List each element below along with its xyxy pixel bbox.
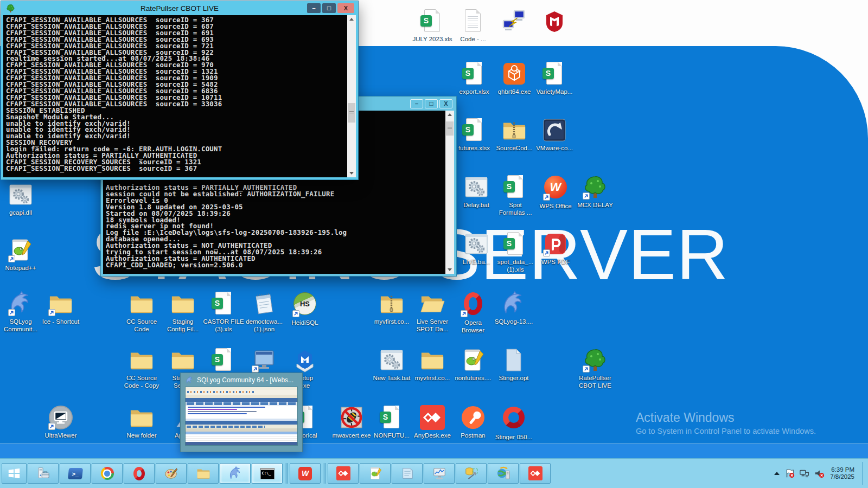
icon-stinger-050[interactable]: Stinger 050... (490, 405, 537, 441)
heidisql-icon (292, 292, 317, 317)
clock[interactable]: 6:39 PM 7/8/2025 (830, 466, 854, 481)
icon-myvfirst-folder[interactable]: myvfirst.co... (409, 348, 456, 382)
cmd-icon (260, 466, 275, 480)
console1-scrollbar[interactable] (347, 15, 356, 177)
anydesk[interactable] (328, 463, 359, 484)
chrome[interactable] (92, 463, 123, 484)
maximize-button[interactable] (425, 99, 438, 108)
icon-myvfirst-zip[interactable]: myvfirst.co... (368, 291, 415, 326)
file-explorer[interactable] (188, 463, 219, 484)
wps-office[interactable] (290, 463, 321, 484)
icon-staging-config[interactable]: StagingConfig Fil... (159, 291, 206, 333)
icon-postman[interactable]: Postman (450, 405, 496, 440)
taskbar-preview[interactable]: SQLyog Community 64 - [Webs... (181, 373, 302, 452)
start-button[interactable] (2, 463, 27, 484)
icon-label: CC SourceCode - Copy (118, 375, 165, 389)
console1-titlebar[interactable]: RatePullser CBOT LIVE (3, 1, 356, 15)
icon-varietymap[interactable]: SVarietyMap... (531, 61, 578, 96)
icon-anydesk-exe[interactable]: AnyDesk.exe (409, 405, 456, 440)
icon-july-2023-xls[interactable]: SJULY 2023.xls (409, 9, 456, 43)
command-prompt[interactable] (252, 463, 283, 484)
powershell-icon (68, 466, 82, 480)
icon-nonfutures[interactable]: nonfutures.... (450, 348, 496, 382)
opera-small-icon (132, 466, 146, 480)
console-window-1[interactable]: RatePullser CBOT LIVE CFAPI_SESSION_AVAI… (1, 1, 358, 179)
sqlyog[interactable] (220, 463, 251, 484)
paint[interactable] (156, 463, 187, 484)
icon-ice-shortcut[interactable]: Ice - Shortcut (37, 291, 84, 326)
icon-new-task-bat[interactable]: New Task.bat (368, 348, 415, 382)
opera[interactable] (124, 463, 155, 484)
icon-heidisql[interactable]: HeidiSQL (282, 291, 328, 327)
icon-mcafee[interactable] (531, 9, 578, 36)
close-button[interactable] (337, 3, 354, 13)
icon-vmware[interactable]: VMware-co... (531, 118, 578, 152)
notepad-small-icon (400, 466, 414, 480)
icon-live-server-spot[interactable]: Live ServerSPOT Da... (409, 291, 456, 333)
icon-mcx-delay[interactable]: MCX DELAY (572, 175, 618, 209)
icon-wps-doc[interactable]: S (200, 348, 247, 375)
stinger-ring-icon (501, 407, 526, 432)
iis-manager[interactable] (488, 463, 519, 484)
action-center-flag-icon[interactable] (784, 468, 795, 479)
show-desktop-button[interactable] (862, 462, 866, 485)
network-status-icon[interactable] (799, 468, 810, 479)
icon-stinger-opt[interactable]: Stinger.opt (490, 348, 537, 382)
powershell[interactable] (60, 463, 91, 484)
dolphin-small-icon (228, 466, 242, 480)
system-tray: 6:39 PM 7/8/2025 (774, 463, 866, 484)
postman-icon (461, 405, 486, 430)
console2-scrollbar[interactable] (445, 111, 454, 274)
icon-notepad-plus-plus[interactable]: Notepad++ (0, 237, 44, 272)
shortcut-arrow-icon (543, 249, 550, 256)
text-doc-icon (461, 9, 486, 34)
icon-ratepullser-cbot[interactable]: RatePullserCBOT LIVE (572, 348, 618, 389)
notepad[interactable] (392, 463, 423, 484)
icon-ultraviewer[interactable]: UltraViewer (37, 405, 84, 440)
icon-cc-source-code[interactable]: CC SourceCode (118, 291, 165, 333)
server-manager[interactable] (28, 463, 59, 484)
icon-code-doc[interactable]: Code - ... (450, 9, 496, 43)
icon-label: CC SourceCode (118, 318, 165, 333)
taskbar-buttons (2, 463, 551, 484)
anydesk-small-icon (528, 466, 542, 480)
icon-display-window[interactable] (241, 348, 288, 375)
maximize-button[interactable] (322, 3, 336, 13)
icon-label: NONFUTU... (368, 432, 415, 440)
icon-gcapi-dll[interactable]: gcapi.dll (0, 182, 44, 217)
icon-label: WPS PDF (532, 259, 579, 266)
shortcut-arrow-icon (8, 255, 15, 262)
minimize-button[interactable] (410, 99, 423, 108)
console-line: CFAPI_CDD_LOADED; version=2.506.0 (106, 262, 347, 268)
scroll-up-icon[interactable] (347, 15, 356, 24)
db-tools[interactable] (456, 463, 487, 484)
console1-output[interactable]: CFAPI_SESSION_AVAILABLE_ALLSOURCES sourc… (3, 15, 356, 177)
minimize-button[interactable] (307, 3, 321, 13)
scroll-thumb[interactable] (446, 121, 454, 136)
icon-new-folder[interactable]: New folder (118, 405, 165, 440)
icon-label: CASTOR FILE(3).xls (200, 318, 247, 333)
scroll-thumb[interactable] (348, 103, 355, 123)
scroll-down-icon[interactable] (347, 169, 356, 177)
icon-castor-file[interactable]: SCASTOR FILE(3).xls (200, 291, 247, 333)
sqlyog-thumbnail[interactable] (186, 387, 297, 445)
volume-muted-icon[interactable] (814, 468, 825, 479)
shortcut-arrow-icon (48, 309, 55, 316)
icon-sqlyog-13[interactable]: SQLyog-13.... (490, 291, 537, 326)
preview-title: SQLyog Community 64 - [Webs... (197, 376, 293, 384)
notepad-plus-plus[interactable] (360, 463, 391, 484)
anydesk-2[interactable] (520, 463, 551, 484)
show-hidden-icons-icon[interactable] (774, 472, 780, 475)
icon-nonfutu-xls[interactable]: SNONFUTU... (368, 405, 415, 440)
icon-label: Notepad++ (0, 265, 44, 272)
dolphin-icon (501, 291, 526, 316)
icon-cc-source-copy[interactable]: CC SourceCode - Copy (118, 348, 165, 389)
icon-wps-pdf[interactable]: WPS PDF (532, 232, 579, 266)
close-button[interactable] (439, 99, 452, 108)
icon-opera-browser[interactable]: OperaBrowser (450, 291, 496, 334)
scroll-up-icon[interactable] (445, 111, 454, 119)
resource-monitor[interactable] (424, 463, 455, 484)
icon-democtcwa-json[interactable]: democtcwa...(1).json (241, 291, 288, 333)
scroll-down-icon[interactable] (445, 265, 454, 274)
icon-remote-connection[interactable] (490, 9, 537, 36)
